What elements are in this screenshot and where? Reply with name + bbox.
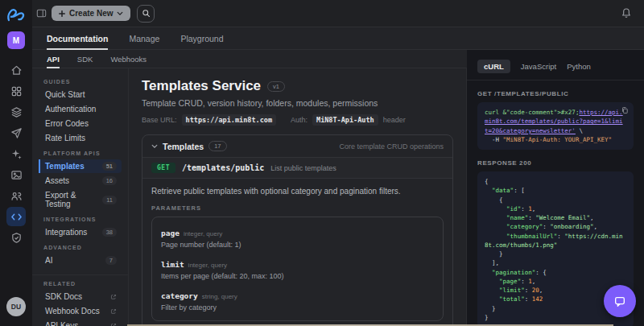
copy-button[interactable] bbox=[621, 106, 629, 114]
code-icon[interactable] bbox=[6, 207, 26, 226]
plus-icon bbox=[59, 10, 65, 17]
tab-curl[interactable]: cURL bbox=[477, 60, 510, 73]
response-label: RESPONSE 200 bbox=[477, 159, 634, 167]
section-title-related: RELATED bbox=[43, 281, 122, 287]
sidebar-item-rate-limits[interactable]: Rate Limits bbox=[39, 131, 122, 145]
endpoint-count-badge: 17 bbox=[208, 141, 226, 151]
tab-documentation[interactable]: Documentation bbox=[47, 27, 108, 49]
base-url-value: https://api.min8t.com bbox=[182, 114, 276, 126]
base-url-label: Base URL: bbox=[142, 116, 177, 124]
sidebar-item-api-keys[interactable]: API Keys bbox=[39, 319, 122, 326]
send-icon[interactable] bbox=[6, 123, 26, 142]
users-icon[interactable] bbox=[6, 186, 26, 205]
chat-bubble-icon bbox=[613, 295, 626, 307]
tab-javascript[interactable]: JavaScript bbox=[521, 62, 556, 71]
layers-icon[interactable] bbox=[6, 102, 26, 122]
grid-icon[interactable] bbox=[6, 81, 26, 101]
chevron-down-icon bbox=[117, 11, 123, 16]
chevron-down-icon bbox=[151, 144, 158, 149]
chat-fab-button[interactable] bbox=[604, 285, 636, 317]
endpoint-description: Retrieve public templates with optional … bbox=[151, 187, 444, 196]
curl-snippet: curl &"code-comment">#x27;https://api.mi… bbox=[477, 102, 634, 150]
parameters-box: pageinteger, query Page number (default:… bbox=[151, 217, 444, 321]
param-category: categorystring, query Filter by category bbox=[161, 287, 434, 312]
tab-playground[interactable]: Playground bbox=[180, 27, 223, 49]
base-url-row: Base URL: https://api.min8t.com Auth: Mi… bbox=[142, 114, 453, 126]
create-new-button[interactable]: Create New bbox=[52, 6, 130, 21]
language-tabs: cURL JavaScript Python bbox=[467, 50, 644, 80]
panel-toggle-icon[interactable] bbox=[36, 8, 47, 19]
page-title: Templates Service bbox=[142, 78, 261, 94]
workspace-avatar[interactable]: M bbox=[7, 31, 25, 49]
method-badge: GET bbox=[151, 163, 175, 173]
tab-manage[interactable]: Manage bbox=[129, 27, 159, 49]
version-badge: v1 bbox=[267, 81, 285, 92]
sidebar-item-assets[interactable]: Assets16 bbox=[39, 174, 122, 188]
count-badge: 38 bbox=[102, 228, 117, 237]
notifications-bell-icon[interactable] bbox=[621, 7, 632, 19]
user-avatar[interactable]: DU bbox=[6, 297, 26, 316]
external-link-icon bbox=[110, 323, 117, 326]
sidebar-item-webhook-docs[interactable]: Webhook Docs bbox=[39, 304, 122, 318]
endpoint-row[interactable]: GET /templates/public List public templa… bbox=[142, 157, 452, 179]
count-badge: 7 bbox=[105, 256, 117, 265]
main-content: Templates Service v1 Template CRUD, vers… bbox=[129, 68, 467, 326]
section-title-integrations: INTEGRATIONS bbox=[43, 217, 122, 222]
param-page: pageinteger, query Page number (default:… bbox=[161, 225, 434, 249]
count-badge: 16 bbox=[102, 176, 117, 185]
endpoint-path: /templates/public bbox=[182, 163, 264, 172]
sidebar-item-templates[interactable]: Templates51 bbox=[39, 159, 122, 173]
tab-api[interactable]: API bbox=[47, 50, 60, 68]
shield-icon[interactable] bbox=[6, 228, 26, 247]
sidebar-item-error-codes[interactable]: Error Codes bbox=[39, 117, 122, 130]
code-panel: cURL JavaScript Python GET /TEMPLATES/PU… bbox=[467, 50, 644, 326]
tab-sdk[interactable]: SDK bbox=[77, 50, 93, 68]
count-badge: 11 bbox=[102, 196, 117, 204]
templates-section-card: Templates 17 Core template CRUD operatio… bbox=[142, 134, 453, 326]
auth-header-value: MiN8T-Api-Auth bbox=[312, 114, 378, 126]
section-name: Templates bbox=[163, 142, 204, 151]
page-subtitle: Template CRUD, version history, folders,… bbox=[142, 98, 453, 108]
request-label: GET /TEMPLATES/PUBLIC bbox=[477, 90, 634, 97]
section-title-guides: GUIDES bbox=[43, 79, 122, 85]
app-logo-icon[interactable] bbox=[6, 6, 27, 23]
section-title-advanced: ADVANCED bbox=[43, 245, 122, 250]
sidebar-item-authentication[interactable]: Authentication bbox=[39, 102, 122, 116]
param-limit: limitinteger, query Items per page (defa… bbox=[161, 256, 434, 280]
section-hint: Core template CRUD operations bbox=[339, 142, 444, 151]
section-title-platform-apis: PLATFORM APIS bbox=[43, 151, 122, 156]
copy-icon bbox=[621, 106, 629, 114]
docs-sidebar: GUIDES Quick Start Authentication Error … bbox=[32, 68, 129, 326]
search-button[interactable] bbox=[137, 5, 155, 23]
sidebar-item-integrations[interactable]: Integrations38 bbox=[39, 225, 122, 239]
sidebar-item-export-testing[interactable]: Export & Testing11 bbox=[39, 188, 122, 211]
tab-webhooks[interactable]: Webhooks bbox=[110, 50, 147, 68]
create-new-label: Create New bbox=[69, 9, 113, 18]
templates-section-header[interactable]: Templates 17 Core template CRUD operatio… bbox=[142, 135, 452, 157]
sidebar-item-sdk-docs[interactable]: SDK Docs bbox=[39, 290, 122, 303]
parameters-label: PARAMETERS bbox=[151, 204, 444, 212]
search-icon bbox=[142, 9, 151, 18]
icon-rail: M DU bbox=[0, 0, 32, 326]
sidebar-divider bbox=[32, 274, 128, 275]
topbar: Create New bbox=[32, 0, 644, 27]
home-icon[interactable] bbox=[6, 60, 26, 80]
external-link-icon bbox=[110, 294, 117, 300]
sparkles-icon[interactable] bbox=[6, 144, 26, 163]
endpoint-summary: List public templates bbox=[270, 164, 336, 172]
image-icon[interactable] bbox=[6, 165, 26, 184]
auth-label: Auth: bbox=[291, 116, 308, 124]
tab-python[interactable]: Python bbox=[567, 62, 591, 71]
external-link-icon bbox=[110, 308, 117, 315]
auth-suffix: header bbox=[383, 116, 406, 124]
primary-tabs: Documentation Manage Playground bbox=[32, 27, 644, 50]
sidebar-item-ai[interactable]: AI7 bbox=[39, 254, 122, 267]
sidebar-item-quick-start[interactable]: Quick Start bbox=[39, 88, 122, 101]
secondary-tabs: API SDK Webhooks bbox=[32, 50, 467, 68]
count-badge: 51 bbox=[102, 162, 117, 171]
